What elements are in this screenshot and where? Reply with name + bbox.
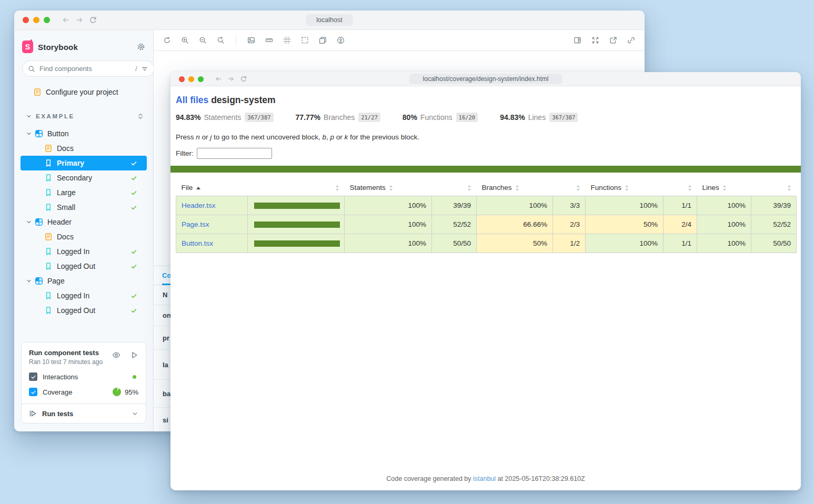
chevron-down-icon[interactable] [132, 410, 138, 417]
zoom-in-icon[interactable] [181, 36, 189, 44]
sidebar-item-page[interactable]: Page [21, 274, 147, 288]
forward-arrow-icon[interactable] [227, 75, 235, 83]
open-external-icon[interactable] [609, 36, 617, 44]
reload-icon[interactable] [240, 75, 247, 83]
column-header-lines-raw[interactable] [751, 179, 797, 196]
sort-icon[interactable] [516, 185, 519, 191]
column-header-statements[interactable]: Statements [345, 179, 432, 196]
sidebar-item-large[interactable]: Large [21, 185, 147, 200]
link-icon[interactable] [627, 36, 635, 44]
maximize-button[interactable] [44, 17, 50, 23]
section-label: EXAMPLE [36, 113, 75, 119]
url-bar[interactable]: localhost/coverage/design-system/index.h… [409, 74, 562, 84]
stat-fraction: 367/387 [245, 113, 273, 122]
stat-percent: 80% [403, 113, 417, 122]
layers-icon[interactable] [319, 36, 327, 44]
play-icon[interactable] [130, 351, 138, 359]
watch-eye-icon[interactable] [112, 351, 120, 359]
filter-input[interactable] [197, 148, 272, 159]
zoom-out-icon[interactable] [199, 36, 207, 44]
measure-icon[interactable] [265, 36, 273, 44]
file-link[interactable]: Page.tsx [182, 220, 209, 228]
column-header-statements-raw[interactable] [432, 179, 477, 196]
cell-functions-pct: 50% [586, 215, 664, 234]
sidebar-section-example[interactable]: EXAMPLE [21, 110, 147, 122]
sidebar-item-logged-out[interactable]: Logged Out [21, 259, 147, 274]
column-header-bar[interactable] [248, 179, 345, 196]
back-arrow-icon[interactable] [215, 75, 222, 83]
keyboard-hint: Press n or j to go to the next uncovered… [176, 133, 796, 141]
background-icon[interactable] [247, 36, 255, 44]
zoom-reset-icon[interactable] [217, 36, 225, 44]
minimize-button[interactable] [188, 76, 194, 82]
control-name: on [163, 311, 171, 319]
close-button[interactable] [179, 76, 185, 82]
sort-icon[interactable] [688, 185, 692, 191]
control-name: pr [163, 334, 169, 342]
sidebar-item-header[interactable]: Header [21, 215, 147, 229]
sort-icon[interactable] [788, 185, 791, 191]
search-input[interactable] [38, 64, 133, 73]
sidebar-item-logged-in[interactable]: Logged In [21, 244, 147, 259]
panel-toggle-icon[interactable] [574, 36, 581, 44]
column-header-functions[interactable]: Functions [586, 179, 664, 196]
file-link[interactable]: Header.tsx [182, 201, 216, 209]
sidebar-item-configure-your-project[interactable]: Configure your project [21, 84, 147, 100]
sidebar-item-logged-out[interactable]: Logged Out [21, 303, 147, 318]
minimize-button[interactable] [33, 17, 39, 23]
forward-arrow-icon[interactable] [75, 16, 84, 24]
run-tests-button[interactable]: Run tests [22, 404, 146, 423]
filter-icon[interactable] [141, 65, 148, 73]
search-box[interactable]: / [22, 61, 154, 77]
coverage-titlebar: localhost/coverage/design-system/index.h… [170, 72, 801, 86]
remount-icon[interactable] [163, 36, 171, 44]
cell-lines-pct: 100% [697, 196, 751, 215]
checkbox-interactions[interactable] [29, 372, 37, 381]
outline-icon[interactable] [301, 36, 309, 44]
breadcrumb-all-files-link[interactable]: All files [176, 95, 208, 105]
sort-icon[interactable] [336, 185, 339, 191]
sort-icon[interactable] [468, 185, 471, 191]
hint-text: for the previous block. [348, 133, 419, 141]
sort-icon[interactable] [389, 185, 393, 191]
checkbox-coverage[interactable] [29, 388, 37, 396]
cell-branches-raw: 1/2 [553, 234, 586, 253]
accessibility-icon[interactable] [337, 36, 345, 44]
close-button[interactable] [23, 17, 29, 23]
fullscreen-icon[interactable] [591, 36, 599, 44]
sort-icon[interactable] [625, 185, 629, 191]
sidebar-item-primary[interactable]: Primary [21, 156, 147, 170]
tab-controls[interactable]: Co [162, 271, 171, 279]
cell-functions-pct: 100% [586, 196, 664, 215]
stat-functions: 80%Functions16/20 [403, 113, 478, 122]
sidebar-item-docs[interactable]: Docs [21, 141, 147, 156]
coverage-browser-window: localhost/coverage/design-system/index.h… [170, 72, 801, 490]
coverage-status-bar [170, 166, 801, 173]
sidebar-item-docs[interactable]: Docs [21, 229, 147, 244]
sidebar-item-secondary[interactable]: Secondary [21, 170, 147, 185]
stat-branches: 77.77%Branches21/27 [296, 113, 380, 122]
gear-icon[interactable] [137, 43, 145, 51]
file-link[interactable]: Button.tsx [182, 239, 213, 247]
column-header-branches[interactable]: Branches [477, 179, 553, 196]
coverage-table-header-row: File Statements Branches Functions Lines [176, 179, 797, 196]
url-bar[interactable]: localhost [306, 14, 353, 26]
sort-icon[interactable] [723, 185, 727, 191]
reload-icon[interactable] [89, 16, 97, 24]
collapse-icon[interactable] [136, 112, 145, 120]
sidebar-item-logged-in[interactable]: Logged In [21, 288, 147, 303]
column-header-branches-raw[interactable] [553, 179, 586, 196]
item-label: Configure your project [46, 88, 118, 96]
istanbul-link[interactable]: istanbul [473, 475, 496, 482]
sidebar-item-small[interactable]: Small [21, 200, 147, 215]
grid-icon[interactable] [283, 36, 291, 44]
column-header-lines[interactable]: Lines [697, 179, 751, 196]
maximize-button[interactable] [198, 76, 204, 82]
sort-icon[interactable] [577, 185, 580, 191]
back-arrow-icon[interactable] [62, 16, 70, 24]
storybook-logo-icon: S [22, 41, 33, 53]
column-header-file[interactable]: File [176, 179, 248, 196]
column-header-functions-raw[interactable] [664, 179, 697, 196]
sidebar-item-button[interactable]: Button [21, 126, 147, 141]
cell-statements-raw: 52/52 [432, 215, 477, 234]
